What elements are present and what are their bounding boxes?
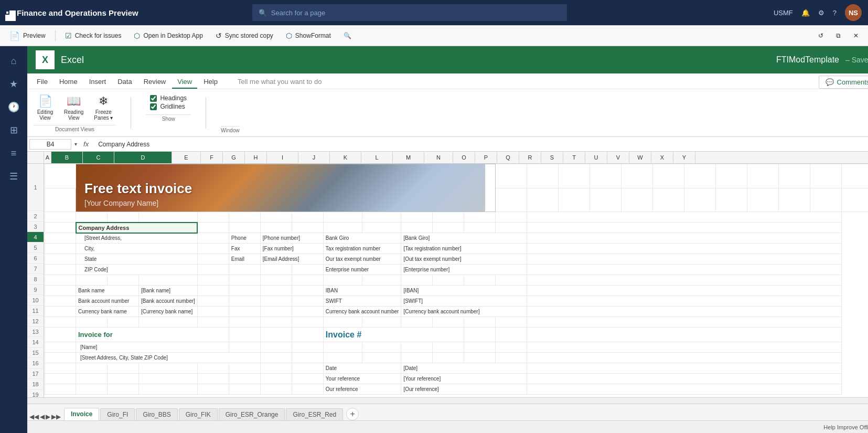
cell-T2[interactable] (684, 188, 716, 212)
cell-I5-bankgiro[interactable]: Bank Giro (323, 233, 401, 244)
cell-M15[interactable] (464, 342, 496, 353)
cell-reference-input[interactable] (29, 139, 71, 150)
cell-G3[interactable] (260, 212, 292, 223)
comments-button[interactable]: 💬 Comments (819, 76, 868, 89)
cell-I4[interactable] (323, 223, 362, 233)
cell-rest-5[interactable] (527, 233, 842, 244)
row-num-1[interactable]: 1 (27, 164, 44, 211)
col-header-O[interactable]: O (453, 152, 475, 163)
row-num-8[interactable]: 8 (27, 274, 44, 284)
cell-F7-email[interactable]: Email (229, 254, 260, 265)
cell-B14-invfor[interactable]: Invoice for (76, 328, 229, 342)
cell-D18[interactable] (139, 374, 198, 384)
menu-review[interactable]: Review (138, 76, 172, 89)
banner-cell[interactable]: Free text invoice [Your Company Name] (76, 164, 496, 212)
cell-W1[interactable] (779, 164, 810, 188)
cell-F19[interactable] (229, 384, 260, 395)
nav-clock-icon[interactable]: 🕐 (3, 97, 24, 118)
row-num-19[interactable]: 19 (27, 389, 44, 397)
cell-N16[interactable] (496, 353, 527, 363)
col-header-P[interactable]: P (475, 152, 497, 163)
col-header-L[interactable]: L (361, 152, 393, 163)
cell-rest-10[interactable] (527, 286, 842, 296)
cell-K17-date-val[interactable]: [Date] (401, 363, 527, 374)
row-num-15[interactable]: 15 (27, 347, 44, 358)
cell-N13[interactable] (496, 317, 527, 328)
cell-B3[interactable] (76, 212, 108, 223)
cell-F9[interactable] (229, 275, 260, 286)
col-header-E[interactable]: E (172, 152, 201, 163)
cell-I9[interactable] (323, 275, 362, 286)
cell-rest-9[interactable] (527, 275, 842, 286)
open-new-window-button[interactable]: ⧉ (831, 30, 846, 41)
cell-Y2[interactable] (842, 188, 868, 212)
cell-L9[interactable] (433, 275, 464, 286)
sheet-tab-giro-fik[interactable]: Giro_FIK (179, 408, 218, 420)
nav-grid-icon[interactable]: ⊞ (3, 120, 24, 141)
cell-D11-acct-val[interactable]: [Bank account number] (139, 296, 198, 307)
cell-rest-17[interactable] (527, 363, 842, 374)
cell-F18[interactable] (229, 374, 260, 384)
cell-X2[interactable] (810, 188, 842, 212)
cell-P2[interactable] (559, 188, 590, 212)
cell-S2[interactable] (653, 188, 684, 212)
row-num-18[interactable]: 18 (27, 379, 44, 389)
cell-E18[interactable] (197, 374, 229, 384)
col-header-I[interactable]: I (267, 152, 298, 163)
cell-H19[interactable] (292, 384, 323, 395)
col-header-T[interactable]: T (563, 152, 585, 163)
cell-B8[interactable]: ZIP Code] (76, 265, 198, 275)
cell-D12-curr-val[interactable]: [Currency bank name] (139, 307, 198, 317)
col-header-U[interactable]: U (585, 152, 607, 163)
cell-D3[interactable] (139, 212, 198, 223)
cell-M3[interactable] (464, 212, 496, 223)
cell-J13[interactable] (362, 317, 401, 328)
cell-E8[interactable] (197, 265, 229, 275)
cell-N15[interactable] (496, 342, 527, 353)
cell-H13[interactable] (292, 317, 323, 328)
col-header-S[interactable]: S (541, 152, 563, 163)
cell-K4[interactable] (401, 223, 433, 233)
cell-G5-phone-val[interactable]: [Phone number] (260, 233, 323, 244)
cell-I8-ent[interactable]: Enterprise number (323, 265, 401, 275)
cell-G12[interactable] (260, 307, 292, 317)
cell-B11-acct[interactable]: Bank account number (76, 296, 139, 307)
close-button[interactable]: ✕ (848, 30, 864, 41)
user-avatar[interactable]: NS (845, 4, 862, 21)
cell-A7[interactable] (45, 254, 76, 265)
cell-E11[interactable] (197, 296, 229, 307)
cell-K19-ourref-val[interactable]: [Our reference] (401, 384, 527, 395)
notifications-icon[interactable]: 🔔 (801, 9, 810, 17)
sheet-nav-next[interactable]: ▶ (46, 413, 50, 420)
cell-A11[interactable] (45, 296, 76, 307)
cell-A19[interactable] (45, 384, 76, 395)
cell-H18[interactable] (292, 374, 323, 384)
cell-R1[interactable] (621, 164, 653, 188)
cell-E17[interactable] (197, 363, 229, 374)
cell-I6-tax[interactable]: Tax registration number (323, 244, 401, 254)
cell-F10[interactable] (229, 286, 260, 296)
cell-A17[interactable] (45, 363, 76, 374)
add-sheet-button[interactable]: + (346, 408, 359, 420)
cell-K11-swift-val[interactable]: [SWIFT] (401, 296, 527, 307)
cell-E6[interactable] (197, 244, 229, 254)
cell-L13[interactable] (433, 317, 464, 328)
col-header-K[interactable]: K (330, 152, 361, 163)
sheet-tab-giro-esr-red[interactable]: Giro_ESR_Red (286, 408, 343, 420)
cell-C18[interactable] (108, 374, 139, 384)
cell-G19[interactable] (260, 384, 292, 395)
cell-L3[interactable] (433, 212, 464, 223)
gridlines-checkbox-row[interactable]: Gridlines (150, 103, 187, 110)
cell-O1[interactable] (527, 164, 559, 188)
row-num-3[interactable]: 3 (27, 221, 44, 232)
cell-rest-8[interactable] (527, 265, 842, 275)
row-num-7[interactable]: 7 (27, 263, 44, 274)
cell-S1[interactable] (653, 164, 684, 188)
gridlines-checkbox[interactable] (150, 103, 157, 110)
formula-input[interactable] (96, 141, 868, 148)
col-header-F[interactable]: F (201, 152, 223, 163)
cell-D9[interactable] (139, 275, 198, 286)
menu-file[interactable]: File (31, 76, 53, 89)
cell-G9[interactable] (260, 275, 292, 286)
cell-N3[interactable] (496, 212, 527, 223)
